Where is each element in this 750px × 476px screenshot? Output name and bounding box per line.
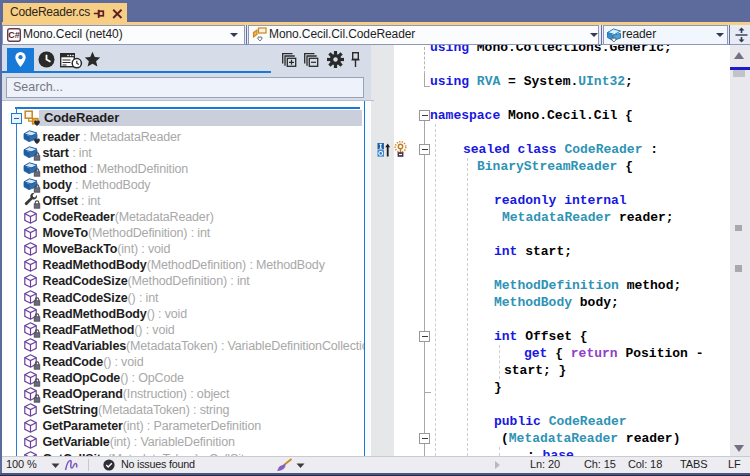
svg-text:C#: C# bbox=[8, 30, 20, 40]
